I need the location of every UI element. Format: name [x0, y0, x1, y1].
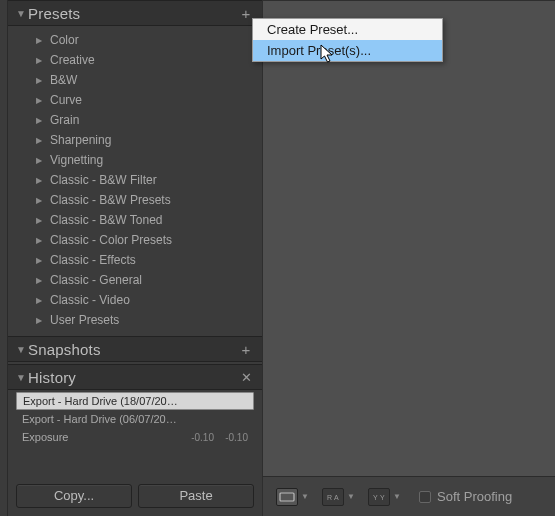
- chevron-down-icon[interactable]: ▼: [300, 492, 310, 501]
- chevron-down-icon: ▼: [16, 372, 28, 383]
- chevron-right-icon: ▶: [36, 116, 50, 125]
- chevron-right-icon: ▶: [36, 76, 50, 85]
- chevron-right-icon: ▶: [36, 296, 50, 305]
- history-item-value-old: -0.10: [180, 432, 214, 443]
- preset-folder[interactable]: ▶Creative: [8, 50, 262, 70]
- loupe-view-button[interactable]: [276, 488, 298, 506]
- history-item[interactable]: Export - Hard Drive (18/07/2018 14:01:: [16, 392, 254, 410]
- checkbox-icon: [419, 491, 431, 503]
- preset-folder[interactable]: ▶Sharpening: [8, 130, 262, 150]
- preset-folder[interactable]: ▶Classic - B&W Toned: [8, 210, 262, 230]
- chevron-right-icon: ▶: [36, 136, 50, 145]
- chevron-down-icon[interactable]: ▼: [392, 492, 402, 501]
- soft-proofing-checkbox[interactable]: Soft Proofing: [419, 489, 512, 504]
- history-item[interactable]: Exposure-0.10-0.10: [16, 428, 254, 446]
- copy-button[interactable]: Copy...: [16, 484, 132, 508]
- chevron-right-icon: ▶: [36, 216, 50, 225]
- preset-folder-label: Vignetting: [50, 153, 103, 167]
- chevron-right-icon: ▶: [36, 176, 50, 185]
- preset-folder-label: Classic - Effects: [50, 253, 136, 267]
- preset-folder-label: Classic - Video: [50, 293, 130, 307]
- preset-folder[interactable]: ▶Classic - B&W Presets: [8, 190, 262, 210]
- history-item-label: Export - Hard Drive (06/07/2018 14:37:: [22, 413, 180, 425]
- presets-header[interactable]: ▼ Presets +: [8, 0, 262, 26]
- left-gutter: [0, 0, 8, 516]
- chevron-right-icon: ▶: [36, 276, 50, 285]
- chevron-right-icon: ▶: [36, 256, 50, 265]
- presets-title: Presets: [28, 5, 238, 22]
- snapshots-header[interactable]: ▼ Snapshots +: [8, 336, 262, 362]
- chevron-right-icon: ▶: [36, 316, 50, 325]
- preset-folder[interactable]: ▶Curve: [8, 90, 262, 110]
- add-snapshot-button[interactable]: +: [238, 341, 254, 358]
- chevron-down-icon: ▼: [16, 8, 28, 19]
- svg-text:A: A: [334, 494, 339, 501]
- preset-folder[interactable]: ▶Classic - Color Presets: [8, 230, 262, 250]
- preset-folder[interactable]: ▶User Presets: [8, 310, 262, 330]
- right-panel: ▼ RA ▼ YY ▼ Soft Proofing: [262, 0, 555, 516]
- view-mode-group-2: RA ▼: [319, 486, 359, 508]
- chevron-down-icon[interactable]: ▼: [346, 492, 356, 501]
- preset-folder-label: B&W: [50, 73, 77, 87]
- preset-folder-label: Classic - Color Presets: [50, 233, 172, 247]
- snapshots-title: Snapshots: [28, 341, 238, 358]
- preset-context-menu: Create Preset...Import Preset(s)...: [252, 18, 443, 62]
- history-item-value-new: -0.10: [214, 432, 248, 443]
- history-item-label: Export - Hard Drive (18/07/2018 14:01:: [23, 395, 179, 407]
- preset-folder-label: Classic - B&W Toned: [50, 213, 162, 227]
- menu-import-presets[interactable]: Import Preset(s)...: [253, 40, 442, 61]
- preset-folder[interactable]: ▶Classic - B&W Filter: [8, 170, 262, 190]
- menu-create-preset[interactable]: Create Preset...: [253, 19, 442, 40]
- preset-folder-label: Color: [50, 33, 79, 47]
- preset-folder-label: Curve: [50, 93, 82, 107]
- before-after-lr-button[interactable]: RA: [322, 488, 344, 506]
- preset-folder[interactable]: ▶Vignetting: [8, 150, 262, 170]
- bottom-toolbar: ▼ RA ▼ YY ▼ Soft Proofing: [262, 476, 555, 516]
- preset-folder-label: Classic - General: [50, 273, 142, 287]
- chevron-right-icon: ▶: [36, 56, 50, 65]
- history-item-label: Exposure: [22, 431, 180, 443]
- preset-folder[interactable]: ▶Classic - Video: [8, 290, 262, 310]
- preset-folder-label: Classic - B&W Filter: [50, 173, 157, 187]
- svg-text:R: R: [327, 494, 332, 501]
- soft-proofing-label: Soft Proofing: [437, 489, 512, 504]
- preset-folder-label: Classic - B&W Presets: [50, 193, 171, 207]
- view-mode-group-3: YY ▼: [365, 486, 405, 508]
- left-panel: ▼ Presets + ▶Color▶Creative▶B&W▶Curve▶Gr…: [8, 0, 262, 516]
- preset-folder[interactable]: ▶Classic - Effects: [8, 250, 262, 270]
- preset-folder[interactable]: ▶Grain: [8, 110, 262, 130]
- clear-history-button[interactable]: ✕: [238, 370, 254, 385]
- svg-text:Y: Y: [373, 494, 378, 501]
- history-list: Export - Hard Drive (18/07/2018 14:01:Ex…: [8, 390, 262, 454]
- paste-button[interactable]: Paste: [138, 484, 254, 508]
- preset-folder-label: Creative: [50, 53, 95, 67]
- chevron-right-icon: ▶: [36, 96, 50, 105]
- preset-folder[interactable]: ▶Classic - General: [8, 270, 262, 290]
- preset-folder-label: Grain: [50, 113, 79, 127]
- history-title: History: [28, 369, 238, 386]
- preset-folder[interactable]: ▶Color: [8, 30, 262, 50]
- app-root: ▼ Presets + ▶Color▶Creative▶B&W▶Curve▶Gr…: [0, 0, 555, 516]
- preset-folder-label: Sharpening: [50, 133, 111, 147]
- history-item[interactable]: Export - Hard Drive (06/07/2018 14:37:: [16, 410, 254, 428]
- chevron-right-icon: ▶: [36, 36, 50, 45]
- preset-folder-list: ▶Color▶Creative▶B&W▶Curve▶Grain▶Sharpeni…: [8, 26, 262, 336]
- copy-paste-row: Copy... Paste: [8, 478, 262, 516]
- svg-text:Y: Y: [380, 494, 385, 501]
- chevron-right-icon: ▶: [36, 156, 50, 165]
- preset-folder-label: User Presets: [50, 313, 119, 327]
- history-header[interactable]: ▼ History ✕: [8, 364, 262, 390]
- chevron-right-icon: ▶: [36, 196, 50, 205]
- before-after-yy-button[interactable]: YY: [368, 488, 390, 506]
- chevron-down-icon: ▼: [16, 344, 28, 355]
- view-mode-group-1: ▼: [273, 486, 313, 508]
- chevron-right-icon: ▶: [36, 236, 50, 245]
- preset-folder[interactable]: ▶B&W: [8, 70, 262, 90]
- svg-rect-0: [280, 493, 294, 501]
- main-preview-area: [262, 0, 555, 476]
